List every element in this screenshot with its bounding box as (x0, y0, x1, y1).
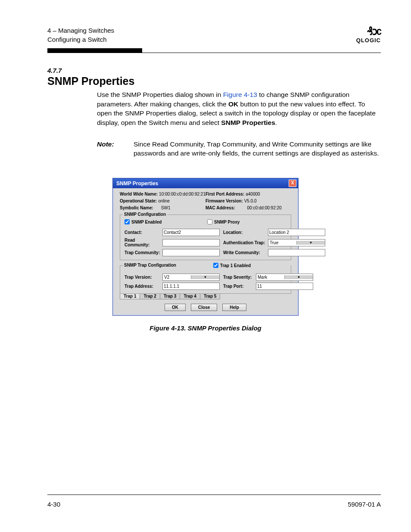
page-number: 4-30 (47, 501, 60, 508)
figure-link[interactable]: Figure 4-13 (223, 91, 257, 98)
section-title: SNMP Properties (47, 75, 381, 87)
note-text: Since Read Community, Trap Community, an… (134, 140, 381, 158)
header-thick-rule (47, 48, 142, 53)
snmp-config-group: SNMP Configuration SNMP Enabled SNMP Pro… (120, 215, 291, 260)
chevron-down-icon: ▼ (296, 241, 325, 245)
auth-trap-dropdown[interactable]: True▼ (268, 239, 325, 246)
header-line-2: Configuring a Switch (47, 35, 114, 44)
chevron-down-icon: ▼ (191, 275, 219, 279)
close-icon[interactable]: X (289, 180, 296, 187)
sym-name-value: SW1 (161, 205, 171, 210)
note-label: Note: (97, 140, 134, 158)
trap-severity-dropdown[interactable]: Mark▼ (256, 274, 313, 281)
snmp-config-title: SNMP Configuration (123, 212, 167, 217)
snmp-enabled-checkbox[interactable]: SNMP Enabled (125, 219, 204, 224)
tab-trap-4[interactable]: Trap 4 (180, 293, 200, 299)
ok-button[interactable]: OK (165, 304, 186, 311)
tab-trap-3[interactable]: Trap 3 (160, 293, 180, 299)
page-header: 4 – Managing Switches Configuring a Swit… (47, 26, 114, 44)
trap1-enabled-checkbox[interactable]: Trap 1 Enabled (213, 263, 251, 268)
help-button[interactable]: Help (222, 304, 246, 311)
close-button[interactable]: Close (191, 304, 217, 311)
trap-version-dropdown[interactable]: V2▼ (162, 274, 220, 281)
brand-logo: ₰ɔc QLOGIC (356, 26, 381, 44)
logo-icon: ₰ɔc (367, 25, 381, 38)
chevron-down-icon: ▼ (284, 275, 313, 279)
wwn-value: 10:00:00:c0:dd:00:92:21 (159, 192, 206, 196)
fw-value: V5.0.0 (244, 199, 257, 203)
contact-input[interactable] (162, 229, 220, 236)
doc-number: 59097-01 A (348, 501, 381, 508)
footer-rule (47, 495, 381, 495)
tab-trap-5[interactable]: Trap 5 (200, 293, 220, 299)
header-line-1: 4 – Managing Switches (47, 26, 114, 35)
location-input[interactable] (268, 229, 325, 236)
write-community-input[interactable] (268, 249, 325, 256)
tab-trap-1[interactable]: Trap 1 (120, 293, 140, 299)
snmp-proxy-checkbox[interactable]: SNMP Proxy (207, 219, 286, 224)
info-grid: World Wide Name:10:00:00:c0:dd:00:92:21 … (120, 192, 291, 210)
read-community-input[interactable] (162, 239, 220, 246)
trap-community-input[interactable] (162, 249, 220, 256)
header-thin-rule (47, 53, 381, 53)
note-block: Note: Since Read Community, Trap Communi… (97, 140, 381, 158)
figure-caption: Figure 4-13. SNMP Properties Dialog (30, 324, 381, 332)
first-port-value: a40000 (246, 192, 260, 196)
snmp-trap-group: SNMP Trap Configuration Trap 1 Enabled T… (120, 265, 291, 294)
section-number: 4.7.7 (47, 67, 381, 74)
trap-port-input[interactable] (256, 283, 313, 290)
op-state-value: online (158, 199, 170, 203)
page-footer: 4-30 59097-01 A (30, 501, 381, 508)
mac-value: 00:c0:dd:00:92:20 (247, 205, 282, 210)
body-paragraph: Use the SNMP Properties dialog shown in … (97, 90, 381, 128)
dialog-titlebar[interactable]: SNMP Properties X (113, 178, 298, 188)
tab-trap-2[interactable]: Trap 2 (140, 293, 160, 299)
trap-tabs: Trap 1 Trap 2 Trap 3 Trap 4 Trap 5 (120, 293, 291, 299)
trap-address-input[interactable] (162, 283, 220, 290)
dialog-title: SNMP Properties (116, 180, 158, 187)
snmp-properties-dialog: SNMP Properties X World Wide Name:10:00:… (112, 178, 299, 316)
snmp-trap-title: SNMP Trap Configuration (124, 263, 176, 268)
